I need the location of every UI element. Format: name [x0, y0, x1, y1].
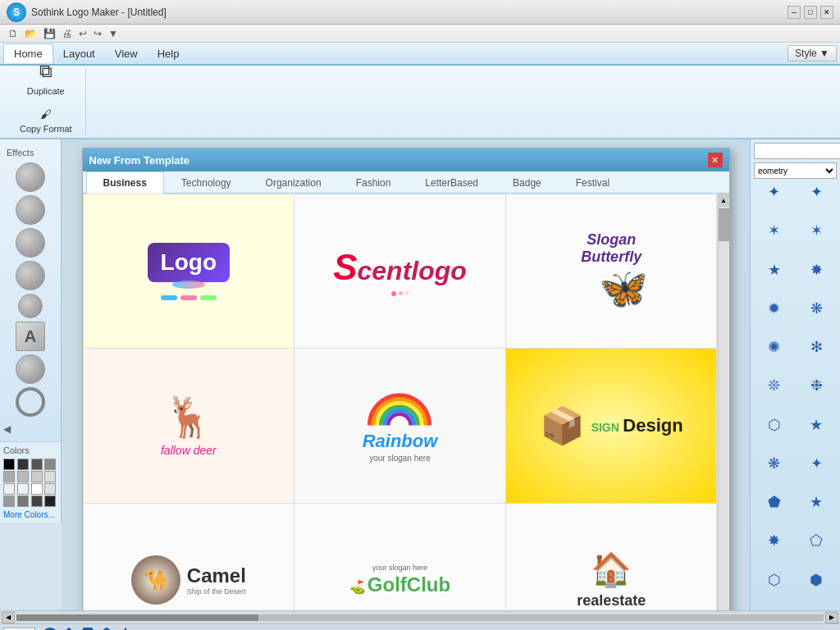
shape-item-18[interactable]: ★	[797, 492, 838, 512]
color-swatch-8[interactable]	[44, 471, 56, 482]
tab-organization[interactable]: Organization	[249, 171, 339, 194]
color-swatch-4[interactable]	[44, 459, 56, 470]
tool-shape-2[interactable]	[16, 195, 45, 225]
close-button[interactable]: ✕	[820, 6, 833, 19]
shape-item-13[interactable]: ⬡	[754, 415, 795, 435]
tab-festival[interactable]: Festival	[559, 171, 627, 194]
shape-item-16[interactable]: ✦	[797, 454, 838, 473]
shape-item-4[interactable]: ✶	[797, 221, 838, 240]
duplicate-button[interactable]: ⧉ Duplicate	[21, 55, 71, 99]
tool-ring[interactable]	[3, 387, 57, 417]
tool-circle-5[interactable]	[3, 294, 57, 318]
shape-category-dropdown[interactable]: eometry	[754, 162, 837, 179]
shape-item-15[interactable]: ❋	[754, 454, 795, 473]
bottom-shape-3[interactable]	[80, 628, 96, 631]
tab-technology[interactable]: Technology	[164, 171, 249, 194]
template-deer[interactable]: 🦌 fallow deer	[84, 349, 294, 502]
shape-item-19[interactable]: ✸	[754, 531, 795, 550]
tool-shape-3[interactable]	[16, 228, 45, 258]
scroll-left-button[interactable]: ◀	[2, 612, 15, 623]
filter-dropdown[interactable]: All	[3, 628, 35, 631]
template-sign-design[interactable]: 📦 SIGN Design	[506, 349, 717, 502]
shape-search-input[interactable]	[754, 143, 840, 159]
color-swatch-2[interactable]	[17, 459, 29, 470]
tab-fashion[interactable]: Fashion	[339, 171, 409, 194]
color-swatch-3[interactable]	[31, 459, 43, 470]
tool-circle-4[interactable]	[3, 261, 57, 290]
template-camel[interactable]: 🐪 Camel Ship of the Desert	[84, 504, 294, 610]
new-button[interactable]: 🗋	[7, 28, 20, 39]
tool-circle-1[interactable]	[3, 162, 57, 192]
tool-circle-6[interactable]	[3, 354, 57, 384]
shape-item-10[interactable]: ✻	[797, 337, 838, 357]
scroll-thumb-h[interactable]	[16, 614, 258, 621]
shape-item-20[interactable]: ⬠	[797, 531, 838, 550]
bottom-shape-2[interactable]	[61, 628, 77, 631]
text-tool[interactable]: A	[16, 322, 45, 351]
tool-shape-1[interactable]	[16, 162, 45, 192]
template-butterfly[interactable]: Slogan Butterfly 🦋	[506, 194, 717, 348]
color-swatch-10[interactable]	[17, 483, 29, 495]
shape-item-9[interactable]: ✺	[754, 337, 795, 357]
shape-item-12[interactable]: ❉	[797, 376, 838, 395]
sidebar-collapse-arrow[interactable]: ◀	[3, 423, 57, 435]
print-button[interactable]: 🖨	[61, 28, 74, 39]
scroll-up-button[interactable]: ▲	[719, 194, 729, 207]
restore-button[interactable]: □	[804, 6, 817, 19]
scroll-right-button[interactable]: ▶	[825, 612, 838, 623]
tab-badge[interactable]: Badge	[495, 171, 559, 194]
tool-shape-ring[interactable]	[16, 387, 45, 417]
tool-shape-4[interactable]	[16, 261, 45, 290]
tool-shape-6[interactable]	[16, 354, 45, 384]
shape-item-3[interactable]: ✶	[754, 221, 795, 240]
shape-item-17[interactable]: ⬟	[754, 492, 795, 512]
tool-circle-3[interactable]	[3, 228, 57, 258]
color-swatch-9[interactable]	[3, 483, 15, 495]
bottom-shape-5[interactable]	[117, 628, 134, 631]
color-swatch-16[interactable]	[44, 495, 56, 507]
style-dropdown[interactable]: Style ▼	[788, 45, 837, 62]
menu-view[interactable]: View	[105, 44, 148, 63]
color-swatch-5[interactable]	[3, 471, 15, 482]
shape-item-14[interactable]: ★	[797, 415, 838, 435]
customize-button[interactable]: ▼	[107, 28, 120, 39]
redo-button[interactable]: ↪	[92, 28, 103, 39]
tool-shape-5[interactable]	[18, 294, 43, 318]
template-golf[interactable]: your slogan here ⛳ GolfClub	[294, 504, 505, 610]
tool-circle-2[interactable]	[3, 195, 57, 225]
shape-item-1[interactable]: ✦	[754, 182, 795, 202]
dialog-close-button[interactable]: ✕	[708, 153, 723, 167]
template-logo[interactable]: Logo	[84, 194, 294, 348]
color-swatch-12[interactable]	[44, 483, 56, 495]
color-swatch-13[interactable]	[3, 495, 15, 507]
copy-format-button[interactable]: 🖌 Copy Format	[13, 103, 79, 137]
template-realestate[interactable]: 🏠 realestate	[506, 504, 717, 610]
color-swatch-6[interactable]	[17, 471, 29, 482]
color-swatch-7[interactable]	[31, 471, 43, 482]
template-rainbow[interactable]: Rainbow your slogan here	[294, 349, 505, 502]
bottom-shape-4[interactable]	[98, 628, 115, 631]
shape-item-5[interactable]: ★	[754, 260, 795, 280]
shape-item-6[interactable]: ✸	[797, 260, 838, 280]
template-scentlogo[interactable]: Scentlogo	[294, 194, 505, 348]
minimize-button[interactable]: ─	[788, 6, 801, 19]
scroll-thumb[interactable]	[719, 208, 729, 241]
tab-letterbased[interactable]: LetterBased	[408, 171, 495, 194]
color-swatch-14[interactable]	[17, 495, 29, 507]
save-button[interactable]: 💾	[42, 28, 57, 39]
shape-item-21[interactable]: ⬡	[754, 570, 795, 590]
more-colors-link[interactable]: More Colors...	[3, 510, 57, 519]
menu-help[interactable]: Help	[148, 44, 189, 63]
shape-item-22[interactable]: ⬢	[797, 570, 838, 590]
shape-item-2[interactable]: ✦	[797, 182, 838, 202]
undo-button[interactable]: ↩	[77, 28, 89, 39]
shape-item-8[interactable]: ❋	[797, 299, 838, 318]
tab-business[interactable]: Business	[86, 171, 164, 194]
tool-text[interactable]: A	[3, 322, 57, 351]
shape-item-7[interactable]: ✹	[754, 299, 795, 318]
shape-item-11[interactable]: ❊	[754, 376, 795, 395]
open-button[interactable]: 📂	[23, 28, 39, 39]
color-swatch-15[interactable]	[31, 495, 43, 507]
color-swatch-1[interactable]	[3, 459, 15, 470]
bottom-shape-1[interactable]	[42, 628, 58, 631]
